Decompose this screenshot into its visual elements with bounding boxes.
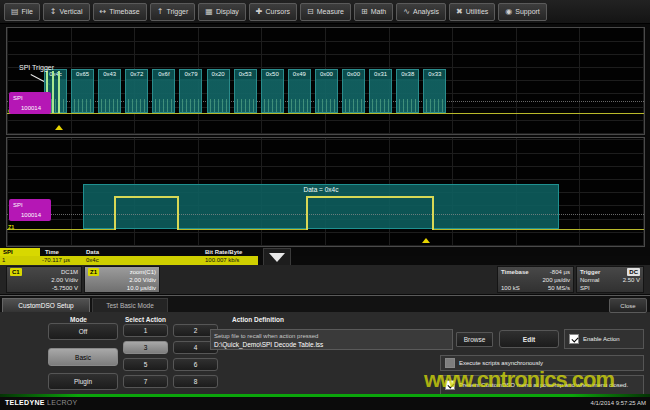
trigger-coupling-badge: DC [627, 268, 640, 276]
support-icon: ◉ [505, 8, 512, 16]
dialog-tab-bar: CustomDSO Setup Test Basic Mode Close [0, 296, 650, 312]
close-button[interactable]: Close [609, 298, 647, 313]
menu-trigger[interactable]: ↑Trigger [150, 3, 196, 21]
action-button-1[interactable]: 1 [123, 324, 168, 337]
zoom-trace-edge [306, 196, 308, 230]
setup-file-path: D:\Quick_Demo\SPI Decode Table.lss [214, 340, 449, 349]
menu-utilities[interactable]: ✖Utilities [449, 3, 495, 21]
chevron-down-icon [269, 253, 285, 262]
decode-table-title[interactable]: SPI [0, 248, 40, 256]
mode-off-button[interactable]: Off [48, 323, 118, 340]
decode-table-expand-button[interactable] [263, 248, 291, 266]
math-icon: ⊞ [361, 8, 368, 16]
menu-support-label: Support [515, 8, 540, 15]
z1-tdiv: 10.0 µs/div [127, 284, 156, 292]
c1-vdiv: 2.00 V/div [51, 276, 78, 284]
menu-vertical-label: Vertical [60, 8, 83, 15]
spi-zoom-badge[interactable]: SPI 100014 [9, 199, 51, 221]
menu-display-label: Display [216, 8, 239, 15]
c1-badge: C1 [10, 268, 22, 276]
brand-teledyne: TELEDYNE [5, 399, 45, 406]
timebase-tdiv: 200 µs/div [543, 276, 570, 284]
menu-file[interactable]: ▤File [4, 3, 40, 21]
z1-descriptor[interactable]: Z1zoom(C1) 2.00 V/div 10.0 µs/div [84, 266, 160, 293]
action-button-7[interactable]: 7 [123, 375, 168, 388]
spi-decode-badge[interactable]: SPI 100014 [9, 92, 51, 114]
decode-byte: 0x33 [423, 69, 446, 113]
action-button-6[interactable]: 6 [173, 358, 218, 371]
menu-measure[interactable]: ⊟Measure [300, 3, 351, 21]
file-icon: ▤ [11, 8, 19, 16]
zoom-waveform-grid[interactable]: Data = 0x4c SPI 100014 Z1 [6, 137, 645, 247]
setup-file-field[interactable]: Setup file to recall when action pressed… [210, 329, 453, 350]
tab-test-basic-mode[interactable]: Test Basic Mode [92, 298, 168, 312]
menu-vertical[interactable]: ↕Vertical [43, 3, 90, 21]
decode-byte: 0x00 [342, 69, 365, 113]
trigger-mode: Normal [580, 276, 599, 284]
menu-cursors-label: Cursors [266, 8, 291, 15]
exec-async-label: Execute scripts asynchronously [459, 360, 543, 366]
decode-byte: 0x00 [315, 69, 338, 113]
enable-action-checkbox[interactable] [569, 334, 579, 344]
measure-icon: ⊟ [307, 8, 314, 16]
enable-action-option[interactable]: Enable Action [564, 329, 644, 349]
brand-logo: TELEDYNE LECROY [5, 399, 78, 406]
edit-button[interactable]: Edit [499, 330, 559, 348]
z1-vdiv: 2.00 V/div [129, 276, 156, 284]
mode-plugin-button[interactable]: Plugin [48, 373, 118, 390]
timebase-title: Timebase [501, 268, 529, 276]
browse-button[interactable]: Browse [456, 332, 493, 347]
menu-analysis[interactable]: ∿Analysis [396, 3, 446, 21]
vertical-icon: ↕ [50, 8, 57, 16]
cursors-icon: ✚ [256, 8, 263, 16]
zoom-position-marker[interactable] [422, 238, 430, 243]
decode-data-region: Data = 0x4c [83, 184, 559, 229]
menu-timebase[interactable]: ↔Timebase [93, 3, 147, 21]
datetime-display: 4/1/2014 9:57:25 AM [591, 400, 646, 406]
spi-zoom-badge-line1: SPI [13, 200, 51, 210]
decode-table-row[interactable]: 1 -70.117 µs 0x4c 100.007 kb/s [0, 256, 258, 265]
spi-decode-bytes: 0x4c 0x65 0x43 0x72 0x6f 0x79 0x20 0x53 … [44, 69, 446, 113]
spi-trigger-callout: SPI Trigger [19, 64, 54, 71]
trigger-descriptor[interactable]: TriggerDC Normal2.50 V SPI [576, 266, 644, 293]
col-bitrate: Bit Rate/Byte [205, 248, 242, 256]
decode-byte: 0x50 [261, 69, 284, 113]
decode-byte: 0x53 [234, 69, 257, 113]
timebase-descriptor[interactable]: Timebase-804 µs 200 µs/div 100 kS50 MS/s [497, 266, 574, 293]
zoom-level-line [7, 214, 644, 215]
menu-trigger-label: Trigger [166, 8, 188, 15]
trigger-pulse [52, 71, 54, 113]
menu-math-label: Math [371, 8, 387, 15]
trigger-position-marker[interactable] [55, 125, 63, 130]
col-data: Data [86, 248, 99, 256]
zoom-trace-low [178, 229, 306, 230]
menu-math[interactable]: ⊞Math [354, 3, 393, 21]
action-button-5[interactable]: 5 [123, 358, 168, 371]
zoom-trace-edge [114, 196, 116, 230]
mode-basic-button[interactable]: Basic [48, 348, 118, 366]
main-waveform-grid[interactable]: SPI Trigger 0x4c 0x65 0x43 0x72 0x6f 0x7… [6, 27, 645, 135]
menu-display[interactable]: ▦Display [198, 3, 246, 21]
utilities-icon: ✖ [456, 8, 463, 16]
descriptor-bar: C1DC1M 2.00 V/div -5.7500 V Z1zoom(C1) 2… [0, 265, 650, 294]
action-button-3[interactable]: 3 [123, 341, 168, 354]
menu-utilities-label: Utilities [466, 8, 489, 15]
decode-data-label: Data = 0x4c [84, 185, 558, 193]
action-button-8[interactable]: 8 [173, 375, 218, 388]
zoom-trace-low [7, 229, 114, 230]
decode-byte: 0x31 [369, 69, 392, 113]
decode-byte: 0x6f [152, 69, 175, 113]
decode-byte: 0x43 [98, 69, 121, 113]
tab-customdso-setup[interactable]: CustomDSO Setup [2, 298, 90, 312]
z1-source: zoom(C1) [130, 268, 156, 276]
trigger-pulse [58, 71, 60, 113]
menu-measure-label: Measure [317, 8, 344, 15]
menu-cursors[interactable]: ✚Cursors [249, 3, 297, 21]
menu-support[interactable]: ◉Support [498, 3, 547, 21]
trigger-title: Trigger [580, 268, 600, 276]
decode-byte: 0x65 [71, 69, 94, 113]
c1-trace-baseline [7, 113, 644, 114]
trigger-level: 2.50 V [623, 276, 640, 284]
c1-descriptor[interactable]: C1DC1M 2.00 V/div -5.7500 V [6, 266, 82, 293]
menu-file-label: File [22, 8, 33, 15]
